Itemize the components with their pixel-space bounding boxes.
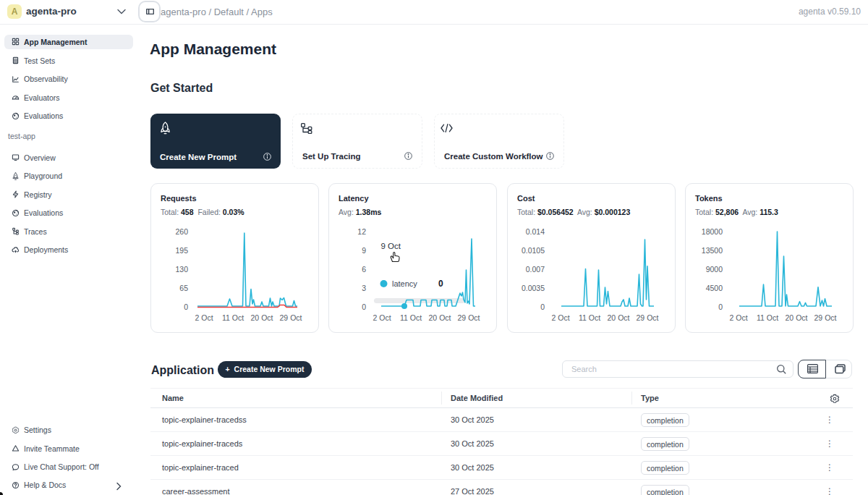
svg-text:13500: 13500: [702, 246, 723, 255]
svg-text:0: 0: [362, 302, 366, 311]
svg-text:9: 9: [362, 246, 366, 255]
svg-text:9000: 9000: [706, 265, 723, 274]
svg-text:11 Oct: 11 Oct: [757, 313, 778, 322]
svg-text:0.007: 0.007: [526, 265, 545, 274]
svg-text:195: 195: [175, 246, 188, 255]
svg-text:3: 3: [362, 284, 366, 292]
svg-text:29 Oct: 29 Oct: [280, 313, 302, 322]
svg-text:0: 0: [438, 279, 443, 289]
svg-text:11 Oct: 11 Oct: [400, 313, 422, 322]
svg-text:0: 0: [540, 302, 545, 311]
svg-text:2 Oct: 2 Oct: [373, 313, 391, 322]
svg-text:29 Oct: 29 Oct: [637, 313, 659, 322]
svg-text:0.0035: 0.0035: [522, 284, 545, 292]
svg-text:2 Oct: 2 Oct: [195, 313, 213, 322]
svg-text:11 Oct: 11 Oct: [579, 313, 600, 322]
svg-text:20 Oct: 20 Oct: [429, 313, 451, 322]
svg-text:2 Oct: 2 Oct: [551, 313, 569, 322]
svg-text:4500: 4500: [706, 284, 723, 292]
svg-text:0.0105: 0.0105: [522, 246, 545, 255]
svg-text:260: 260: [175, 227, 188, 236]
svg-text:20 Oct: 20 Oct: [786, 313, 808, 322]
svg-text:0: 0: [718, 302, 723, 311]
svg-text:65: 65: [179, 284, 188, 292]
svg-text:20 Oct: 20 Oct: [251, 313, 273, 322]
svg-text:11 Oct: 11 Oct: [222, 313, 244, 322]
svg-text:20 Oct: 20 Oct: [608, 313, 630, 322]
svg-text:29 Oct: 29 Oct: [458, 313, 480, 322]
svg-text:0.014: 0.014: [526, 227, 545, 236]
svg-text:130: 130: [175, 265, 188, 274]
svg-text:2 Oct: 2 Oct: [729, 313, 747, 322]
svg-text:12: 12: [357, 227, 366, 236]
svg-text:latency: latency: [392, 279, 417, 288]
svg-text:18000: 18000: [702, 227, 723, 236]
svg-text:29 Oct: 29 Oct: [814, 313, 837, 322]
svg-text:9 Oct: 9 Oct: [381, 242, 401, 250]
svg-text:0: 0: [184, 302, 188, 311]
svg-text:6: 6: [362, 265, 366, 274]
